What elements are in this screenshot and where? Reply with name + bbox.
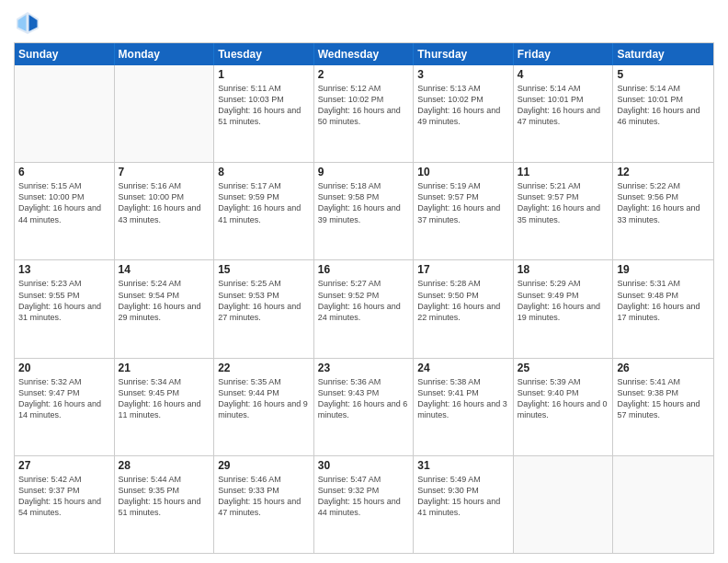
cell-content: Sunrise: 5:21 AM Sunset: 9:57 PM Dayligh… — [518, 180, 609, 225]
cell-content: Sunrise: 5:31 AM Sunset: 9:48 PM Dayligh… — [617, 278, 710, 323]
day-number: 2 — [318, 68, 410, 81]
cell-content: Sunrise: 5:49 AM Sunset: 9:30 PM Dayligh… — [417, 474, 509, 519]
cell-content: Sunrise: 5:36 AM Sunset: 9:43 PM Dayligh… — [318, 376, 410, 421]
cell-content: Sunrise: 5:34 AM Sunset: 9:45 PM Dayligh… — [119, 376, 210, 421]
day-number: 1 — [218, 68, 310, 81]
day-number: 10 — [417, 166, 509, 178]
cal-cell: 20Sunrise: 5:32 AM Sunset: 9:47 PM Dayli… — [15, 359, 115, 455]
day-number: 31 — [417, 459, 509, 472]
header-day-tuesday: Tuesday — [214, 43, 314, 65]
cal-cell: 10Sunrise: 5:19 AM Sunset: 9:57 PM Dayli… — [414, 163, 514, 259]
cell-content: Sunrise: 5:24 AM Sunset: 9:54 PM Dayligh… — [119, 278, 210, 323]
header — [14, 9, 714, 37]
day-number: 9 — [318, 166, 410, 178]
cal-cell: 17Sunrise: 5:28 AM Sunset: 9:50 PM Dayli… — [414, 260, 514, 357]
header-day-monday: Monday — [115, 43, 215, 65]
day-number: 11 — [518, 166, 609, 178]
day-number: 3 — [417, 68, 509, 81]
day-number: 19 — [617, 263, 710, 276]
cal-cell: 19Sunrise: 5:31 AM Sunset: 9:48 PM Dayli… — [613, 260, 713, 357]
day-number: 6 — [18, 166, 110, 178]
cal-cell: 4Sunrise: 5:14 AM Sunset: 10:01 PM Dayli… — [514, 65, 614, 162]
cal-cell: 7Sunrise: 5:16 AM Sunset: 10:00 PM Dayli… — [115, 163, 215, 259]
cal-cell: 26Sunrise: 5:41 AM Sunset: 9:38 PM Dayli… — [613, 359, 713, 455]
cal-cell — [514, 456, 614, 553]
day-number: 26 — [617, 362, 710, 374]
cell-content: Sunrise: 5:15 AM Sunset: 10:00 PM Daylig… — [18, 180, 110, 225]
cal-cell: 5Sunrise: 5:14 AM Sunset: 10:01 PM Dayli… — [613, 65, 713, 162]
cell-content: Sunrise: 5:38 AM Sunset: 9:41 PM Dayligh… — [417, 376, 509, 421]
cal-cell: 24Sunrise: 5:38 AM Sunset: 9:41 PM Dayli… — [414, 359, 514, 455]
day-number: 12 — [617, 166, 710, 178]
cell-content: Sunrise: 5:12 AM Sunset: 10:02 PM Daylig… — [318, 83, 410, 128]
cell-content: Sunrise: 5:44 AM Sunset: 9:35 PM Dayligh… — [119, 474, 210, 519]
cell-content: Sunrise: 5:32 AM Sunset: 9:47 PM Dayligh… — [18, 376, 110, 421]
day-number: 28 — [119, 459, 210, 472]
day-number: 18 — [518, 263, 609, 276]
calendar-header: SundayMondayTuesdayWednesdayThursdayFrid… — [15, 43, 713, 65]
day-number: 14 — [119, 263, 210, 276]
cal-cell — [115, 65, 215, 162]
cell-content: Sunrise: 5:47 AM Sunset: 9:32 PM Dayligh… — [318, 474, 410, 519]
header-day-sunday: Sunday — [15, 43, 115, 65]
header-day-thursday: Thursday — [414, 43, 514, 65]
day-number: 5 — [617, 68, 710, 81]
cell-content: Sunrise: 5:16 AM Sunset: 10:00 PM Daylig… — [119, 180, 210, 225]
cal-cell: 25Sunrise: 5:39 AM Sunset: 9:40 PM Dayli… — [514, 359, 614, 455]
day-number: 24 — [417, 362, 509, 374]
cell-content: Sunrise: 5:41 AM Sunset: 9:38 PM Dayligh… — [617, 376, 710, 421]
cell-content: Sunrise: 5:18 AM Sunset: 9:58 PM Dayligh… — [318, 180, 410, 225]
day-number: 25 — [518, 362, 609, 374]
cell-content: Sunrise: 5:14 AM Sunset: 10:01 PM Daylig… — [617, 83, 710, 128]
header-day-saturday: Saturday — [613, 43, 713, 65]
day-number: 23 — [318, 362, 410, 374]
cell-content: Sunrise: 5:11 AM Sunset: 10:03 PM Daylig… — [218, 83, 310, 128]
cal-row-2: 6Sunrise: 5:15 AM Sunset: 10:00 PM Dayli… — [15, 162, 713, 259]
cal-row-1: 1Sunrise: 5:11 AM Sunset: 10:03 PM Dayli… — [15, 65, 713, 162]
cell-content: Sunrise: 5:42 AM Sunset: 9:37 PM Dayligh… — [18, 474, 110, 519]
day-number: 22 — [218, 362, 310, 374]
day-number: 8 — [218, 166, 310, 178]
cal-cell: 30Sunrise: 5:47 AM Sunset: 9:32 PM Dayli… — [314, 456, 415, 553]
day-number: 30 — [318, 459, 410, 472]
day-number: 27 — [18, 459, 110, 472]
day-number: 21 — [119, 362, 210, 374]
cal-row-3: 13Sunrise: 5:23 AM Sunset: 9:55 PM Dayli… — [15, 259, 713, 357]
cal-cell: 31Sunrise: 5:49 AM Sunset: 9:30 PM Dayli… — [414, 456, 514, 553]
cal-cell — [15, 65, 115, 162]
cal-cell: 23Sunrise: 5:36 AM Sunset: 9:43 PM Dayli… — [314, 359, 415, 455]
day-number: 20 — [18, 362, 110, 374]
cal-cell: 6Sunrise: 5:15 AM Sunset: 10:00 PM Dayli… — [15, 163, 115, 259]
cell-content: Sunrise: 5:46 AM Sunset: 9:33 PM Dayligh… — [218, 474, 310, 519]
calendar-body: 1Sunrise: 5:11 AM Sunset: 10:03 PM Dayli… — [15, 65, 713, 553]
cal-cell: 12Sunrise: 5:22 AM Sunset: 9:56 PM Dayli… — [613, 163, 713, 259]
cal-cell: 8Sunrise: 5:17 AM Sunset: 9:59 PM Daylig… — [214, 163, 314, 259]
cal-cell: 13Sunrise: 5:23 AM Sunset: 9:55 PM Dayli… — [15, 260, 115, 357]
day-number: 16 — [318, 263, 410, 276]
cal-cell: 2Sunrise: 5:12 AM Sunset: 10:02 PM Dayli… — [314, 65, 415, 162]
cal-cell — [613, 456, 713, 553]
cal-cell: 21Sunrise: 5:34 AM Sunset: 9:45 PM Dayli… — [115, 359, 215, 455]
cal-cell: 27Sunrise: 5:42 AM Sunset: 9:37 PM Dayli… — [15, 456, 115, 553]
page: SundayMondayTuesdayWednesdayThursdayFrid… — [0, 0, 728, 563]
cell-content: Sunrise: 5:13 AM Sunset: 10:02 PM Daylig… — [417, 83, 509, 128]
day-number: 17 — [417, 263, 509, 276]
cell-content: Sunrise: 5:35 AM Sunset: 9:44 PM Dayligh… — [218, 376, 310, 421]
cal-cell: 22Sunrise: 5:35 AM Sunset: 9:44 PM Dayli… — [214, 359, 314, 455]
header-day-friday: Friday — [514, 43, 614, 65]
cell-content: Sunrise: 5:14 AM Sunset: 10:01 PM Daylig… — [518, 83, 609, 128]
cell-content: Sunrise: 5:29 AM Sunset: 9:49 PM Dayligh… — [518, 278, 609, 323]
cal-row-5: 27Sunrise: 5:42 AM Sunset: 9:37 PM Dayli… — [15, 455, 713, 553]
cal-cell: 15Sunrise: 5:25 AM Sunset: 9:53 PM Dayli… — [214, 260, 314, 357]
cell-content: Sunrise: 5:28 AM Sunset: 9:50 PM Dayligh… — [417, 278, 509, 323]
cal-cell: 29Sunrise: 5:46 AM Sunset: 9:33 PM Dayli… — [214, 456, 314, 553]
header-day-wednesday: Wednesday — [314, 43, 415, 65]
cal-cell: 28Sunrise: 5:44 AM Sunset: 9:35 PM Dayli… — [115, 456, 215, 553]
cell-content: Sunrise: 5:17 AM Sunset: 9:59 PM Dayligh… — [218, 180, 310, 225]
logo — [14, 9, 45, 37]
cell-content: Sunrise: 5:22 AM Sunset: 9:56 PM Dayligh… — [617, 180, 710, 225]
day-number: 7 — [119, 166, 210, 178]
cell-content: Sunrise: 5:23 AM Sunset: 9:55 PM Dayligh… — [18, 278, 110, 323]
cal-cell: 16Sunrise: 5:27 AM Sunset: 9:52 PM Dayli… — [314, 260, 415, 357]
cell-content: Sunrise: 5:39 AM Sunset: 9:40 PM Dayligh… — [518, 376, 609, 421]
